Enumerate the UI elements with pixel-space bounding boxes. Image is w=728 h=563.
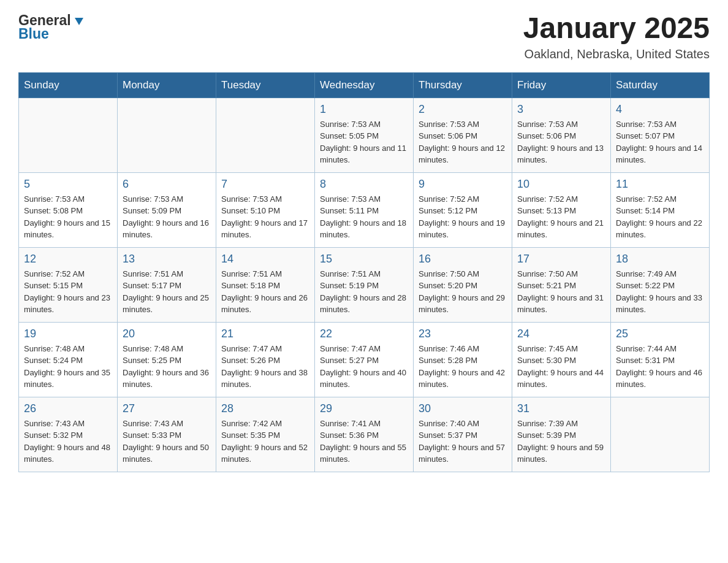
day-number: 24	[517, 327, 605, 340]
header-cell-monday: Monday	[118, 72, 216, 98]
day-info: Sunrise: 7:53 AM Sunset: 5:06 PM Dayligh…	[419, 118, 507, 166]
calendar-table: SundayMondayTuesdayWednesdayThursdayFrid…	[18, 72, 710, 472]
day-number: 23	[419, 327, 507, 340]
day-info: Sunrise: 7:52 AM Sunset: 5:13 PM Dayligh…	[517, 193, 605, 241]
day-info: Sunrise: 7:52 AM Sunset: 5:14 PM Dayligh…	[616, 193, 704, 241]
day-number: 31	[517, 402, 605, 415]
day-number: 10	[517, 178, 605, 191]
week-row-4: 19Sunrise: 7:48 AM Sunset: 5:24 PM Dayli…	[19, 322, 710, 397]
day-info: Sunrise: 7:53 AM Sunset: 5:08 PM Dayligh…	[24, 193, 112, 241]
header-cell-tuesday: Tuesday	[216, 72, 315, 98]
logo: General Blue	[18, 12, 86, 42]
day-number: 19	[24, 327, 112, 340]
day-cell: 19Sunrise: 7:48 AM Sunset: 5:24 PM Dayli…	[19, 322, 118, 397]
day-number: 22	[320, 327, 408, 340]
day-info: Sunrise: 7:53 AM Sunset: 5:06 PM Dayligh…	[517, 118, 605, 166]
day-cell: 28Sunrise: 7:42 AM Sunset: 5:35 PM Dayli…	[216, 397, 315, 472]
day-number: 26	[24, 402, 112, 415]
day-info: Sunrise: 7:53 AM Sunset: 5:11 PM Dayligh…	[320, 193, 408, 241]
day-info: Sunrise: 7:50 AM Sunset: 5:20 PM Dayligh…	[419, 268, 507, 316]
day-cell: 15Sunrise: 7:51 AM Sunset: 5:19 PM Dayli…	[315, 247, 414, 322]
day-info: Sunrise: 7:44 AM Sunset: 5:31 PM Dayligh…	[616, 343, 704, 391]
day-number: 17	[517, 253, 605, 266]
day-cell: 13Sunrise: 7:51 AM Sunset: 5:17 PM Dayli…	[118, 247, 216, 322]
day-info: Sunrise: 7:47 AM Sunset: 5:27 PM Dayligh…	[320, 343, 408, 391]
day-info: Sunrise: 7:42 AM Sunset: 5:35 PM Dayligh…	[221, 418, 309, 465]
day-number: 5	[24, 178, 112, 191]
day-cell: 14Sunrise: 7:51 AM Sunset: 5:18 PM Dayli…	[216, 247, 315, 322]
day-cell: 17Sunrise: 7:50 AM Sunset: 5:21 PM Dayli…	[512, 247, 611, 322]
day-cell: 27Sunrise: 7:43 AM Sunset: 5:33 PM Dayli…	[118, 397, 216, 472]
day-cell: 22Sunrise: 7:47 AM Sunset: 5:27 PM Dayli…	[315, 322, 414, 397]
day-number: 30	[419, 402, 507, 415]
day-info: Sunrise: 7:50 AM Sunset: 5:21 PM Dayligh…	[517, 268, 605, 316]
day-info: Sunrise: 7:51 AM Sunset: 5:17 PM Dayligh…	[123, 268, 211, 316]
month-title: January 2025	[523, 12, 710, 45]
day-cell: 10Sunrise: 7:52 AM Sunset: 5:13 PM Dayli…	[512, 172, 611, 247]
day-info: Sunrise: 7:52 AM Sunset: 5:15 PM Dayligh…	[24, 268, 112, 316]
day-cell: 25Sunrise: 7:44 AM Sunset: 5:31 PM Dayli…	[611, 322, 710, 397]
location-text: Oakland, Nebraska, United States	[523, 47, 710, 61]
day-number: 20	[123, 327, 211, 340]
svg-marker-0	[75, 18, 83, 25]
day-number: 2	[419, 103, 507, 116]
day-number: 16	[419, 253, 507, 266]
day-cell: 8Sunrise: 7:53 AM Sunset: 5:11 PM Daylig…	[315, 172, 414, 247]
day-cell: 9Sunrise: 7:52 AM Sunset: 5:12 PM Daylig…	[414, 172, 512, 247]
day-cell: 5Sunrise: 7:53 AM Sunset: 5:08 PM Daylig…	[19, 172, 118, 247]
day-number: 9	[419, 178, 507, 191]
day-info: Sunrise: 7:52 AM Sunset: 5:12 PM Dayligh…	[419, 193, 507, 241]
header-cell-thursday: Thursday	[414, 72, 512, 98]
day-info: Sunrise: 7:53 AM Sunset: 5:10 PM Dayligh…	[221, 193, 309, 241]
day-cell	[118, 98, 216, 172]
day-info: Sunrise: 7:47 AM Sunset: 5:26 PM Dayligh…	[221, 343, 309, 391]
header-cell-saturday: Saturday	[611, 72, 710, 98]
day-info: Sunrise: 7:53 AM Sunset: 5:09 PM Dayligh…	[123, 193, 211, 241]
day-number: 1	[320, 103, 408, 116]
day-number: 4	[616, 103, 704, 116]
title-block: January 2025 Oakland, Nebraska, United S…	[523, 12, 710, 61]
day-cell: 16Sunrise: 7:50 AM Sunset: 5:20 PM Dayli…	[414, 247, 512, 322]
logo-arrow-icon	[72, 14, 86, 28]
day-cell: 20Sunrise: 7:48 AM Sunset: 5:25 PM Dayli…	[118, 322, 216, 397]
day-number: 13	[123, 253, 211, 266]
day-info: Sunrise: 7:46 AM Sunset: 5:28 PM Dayligh…	[419, 343, 507, 391]
day-number: 21	[221, 327, 309, 340]
logo-blue-text: Blue	[18, 26, 86, 42]
day-cell: 11Sunrise: 7:52 AM Sunset: 5:14 PM Dayli…	[611, 172, 710, 247]
day-number: 18	[616, 253, 704, 266]
day-number: 8	[320, 178, 408, 191]
day-info: Sunrise: 7:43 AM Sunset: 5:33 PM Dayligh…	[123, 418, 211, 465]
header-cell-wednesday: Wednesday	[315, 72, 414, 98]
day-cell: 7Sunrise: 7:53 AM Sunset: 5:10 PM Daylig…	[216, 172, 315, 247]
day-cell: 31Sunrise: 7:39 AM Sunset: 5:39 PM Dayli…	[512, 397, 611, 472]
week-row-2: 5Sunrise: 7:53 AM Sunset: 5:08 PM Daylig…	[19, 172, 710, 247]
day-cell: 24Sunrise: 7:45 AM Sunset: 5:30 PM Dayli…	[512, 322, 611, 397]
day-cell: 6Sunrise: 7:53 AM Sunset: 5:09 PM Daylig…	[118, 172, 216, 247]
day-number: 3	[517, 103, 605, 116]
day-number: 15	[320, 253, 408, 266]
day-info: Sunrise: 7:43 AM Sunset: 5:32 PM Dayligh…	[24, 418, 112, 465]
week-row-3: 12Sunrise: 7:52 AM Sunset: 5:15 PM Dayli…	[19, 247, 710, 322]
day-info: Sunrise: 7:48 AM Sunset: 5:25 PM Dayligh…	[123, 343, 211, 391]
day-info: Sunrise: 7:49 AM Sunset: 5:22 PM Dayligh…	[616, 268, 704, 316]
day-cell: 30Sunrise: 7:40 AM Sunset: 5:37 PM Dayli…	[414, 397, 512, 472]
day-info: Sunrise: 7:53 AM Sunset: 5:05 PM Dayligh…	[320, 118, 408, 166]
header-cell-friday: Friday	[512, 72, 611, 98]
day-number: 6	[123, 178, 211, 191]
day-number: 11	[616, 178, 704, 191]
day-info: Sunrise: 7:45 AM Sunset: 5:30 PM Dayligh…	[517, 343, 605, 391]
day-number: 12	[24, 253, 112, 266]
day-cell	[611, 397, 710, 472]
day-cell: 18Sunrise: 7:49 AM Sunset: 5:22 PM Dayli…	[611, 247, 710, 322]
day-number: 27	[123, 402, 211, 415]
day-cell: 1Sunrise: 7:53 AM Sunset: 5:05 PM Daylig…	[315, 98, 414, 172]
day-cell: 29Sunrise: 7:41 AM Sunset: 5:36 PM Dayli…	[315, 397, 414, 472]
header-row: SundayMondayTuesdayWednesdayThursdayFrid…	[19, 72, 710, 98]
day-number: 28	[221, 402, 309, 415]
calendar-body: 1Sunrise: 7:53 AM Sunset: 5:05 PM Daylig…	[19, 98, 710, 472]
day-info: Sunrise: 7:53 AM Sunset: 5:07 PM Dayligh…	[616, 118, 704, 166]
day-cell: 26Sunrise: 7:43 AM Sunset: 5:32 PM Dayli…	[19, 397, 118, 472]
day-cell: 12Sunrise: 7:52 AM Sunset: 5:15 PM Dayli…	[19, 247, 118, 322]
week-row-5: 26Sunrise: 7:43 AM Sunset: 5:32 PM Dayli…	[19, 397, 710, 472]
